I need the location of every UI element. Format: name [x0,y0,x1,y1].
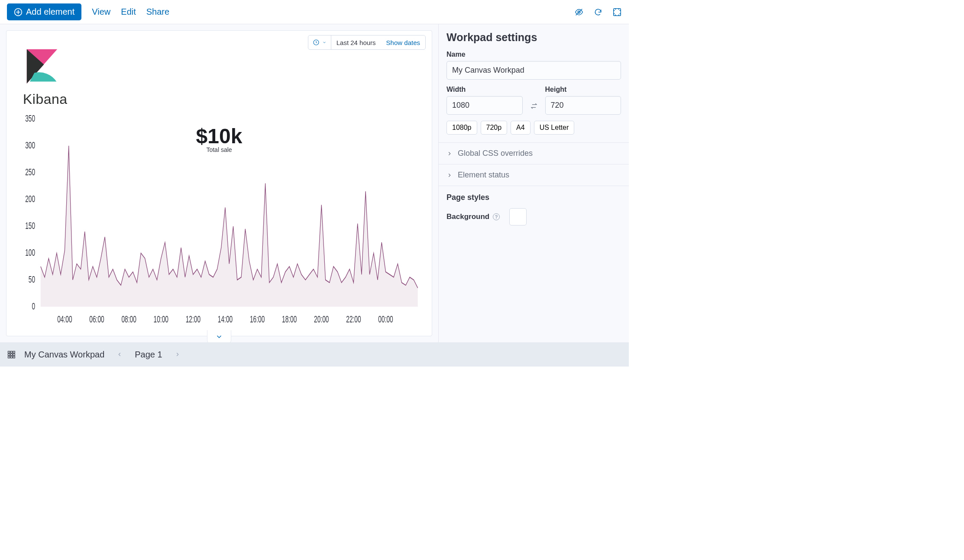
svg-rect-29 [8,356,10,358]
kibana-logo: Kibana [23,45,68,107]
svg-text:10:00: 10:00 [154,314,168,325]
grid-icon[interactable] [7,350,16,359]
svg-text:22:00: 22:00 [346,314,361,325]
svg-rect-27 [10,354,12,355]
svg-text:50: 50 [29,274,35,285]
svg-rect-30 [10,356,12,358]
preset-720p[interactable]: 720p [481,121,508,135]
svg-text:100: 100 [25,248,35,258]
settings-panel: Workpad settings Name Width Height [438,24,629,342]
show-dates-link[interactable]: Show dates [381,39,425,46]
swap-icon [530,102,538,110]
size-presets: 1080p 720p A4 US Letter [446,121,621,135]
menu-links: View Edit Share [92,7,169,17]
add-element-button[interactable]: Add element [7,3,81,20]
svg-rect-2 [614,8,621,16]
chevron-down-icon [215,333,223,341]
preset-1080p[interactable]: 1080p [446,121,477,135]
svg-rect-25 [13,351,15,353]
plus-circle-icon [14,8,23,16]
height-input[interactable] [545,96,621,115]
svg-text:08:00: 08:00 [121,314,136,325]
width-label: Width [446,86,523,93]
svg-text:20:00: 20:00 [314,314,329,325]
svg-text:04:00: 04:00 [57,314,72,325]
workpad-name-input[interactable] [446,61,621,80]
time-filter: Last 24 hours Show dates [308,35,426,50]
next-page-button[interactable] [171,348,184,361]
svg-rect-28 [13,354,15,355]
svg-rect-23 [8,351,10,353]
svg-text:200: 200 [25,194,35,204]
preset-usletter[interactable]: US Letter [534,121,575,135]
topbar: Add element View Edit Share [0,0,629,24]
settings-title: Workpad settings [439,24,629,51]
refresh-icon[interactable] [593,7,603,17]
page-tray-toggle[interactable] [207,330,231,342]
fullscreen-icon[interactable] [612,7,622,17]
svg-text:300: 300 [25,140,35,151]
bottom-bar: My Canvas Workpad Page 1 [0,342,629,367]
accordion-global-css[interactable]: Global CSS overrides [439,142,629,164]
canvas-area: Last 24 hours Show dates Kibana $10k Tot… [0,24,438,342]
svg-rect-31 [13,356,15,358]
svg-text:150: 150 [25,221,35,231]
svg-text:0: 0 [32,301,36,312]
swap-dimensions-button[interactable] [528,97,540,115]
svg-text:250: 250 [25,167,35,177]
chevron-left-icon [116,351,123,357]
name-label: Name [446,51,621,58]
page-indicator[interactable]: Page 1 [135,350,162,360]
accordion-element-status[interactable]: Element status [439,164,629,186]
workpad-name-display: My Canvas Workpad [24,350,104,360]
svg-rect-26 [8,354,10,355]
svg-text:00:00: 00:00 [378,314,393,325]
background-label: Background [446,212,489,221]
preset-a4[interactable]: A4 [511,121,531,135]
hide-edit-controls-icon[interactable] [574,7,584,17]
svg-text:18:00: 18:00 [282,314,297,325]
background-color-swatch[interactable] [509,208,527,225]
menu-view[interactable]: View [92,7,110,17]
chevron-right-icon [446,151,453,157]
svg-text:350: 350 [25,115,35,124]
menu-edit[interactable]: Edit [121,7,136,17]
area-chart: 050100150200250300350 04:0006:0008:0010:… [18,115,421,328]
menu-share[interactable]: Share [146,7,169,17]
info-icon[interactable]: ? [493,213,500,220]
chevron-right-icon [446,172,453,178]
chevron-right-icon [175,351,181,357]
time-filter-quick-select[interactable] [308,35,331,49]
svg-rect-24 [10,351,12,353]
chevron-down-icon [322,40,327,45]
svg-text:12:00: 12:00 [186,314,201,325]
svg-text:06:00: 06:00 [89,314,104,325]
svg-text:14:00: 14:00 [218,314,233,325]
add-element-label: Add element [26,7,74,17]
kibana-logo-icon [23,45,61,84]
width-input[interactable] [446,96,523,115]
page-styles-title: Page styles [446,193,621,202]
height-label: Height [545,86,621,93]
kibana-logo-text: Kibana [23,91,68,107]
svg-text:16:00: 16:00 [250,314,265,325]
prev-page-button[interactable] [113,348,126,361]
workpad-page[interactable]: Last 24 hours Show dates Kibana $10k Tot… [6,30,432,336]
time-range-label: Last 24 hours [331,39,381,46]
clock-icon [313,39,320,46]
